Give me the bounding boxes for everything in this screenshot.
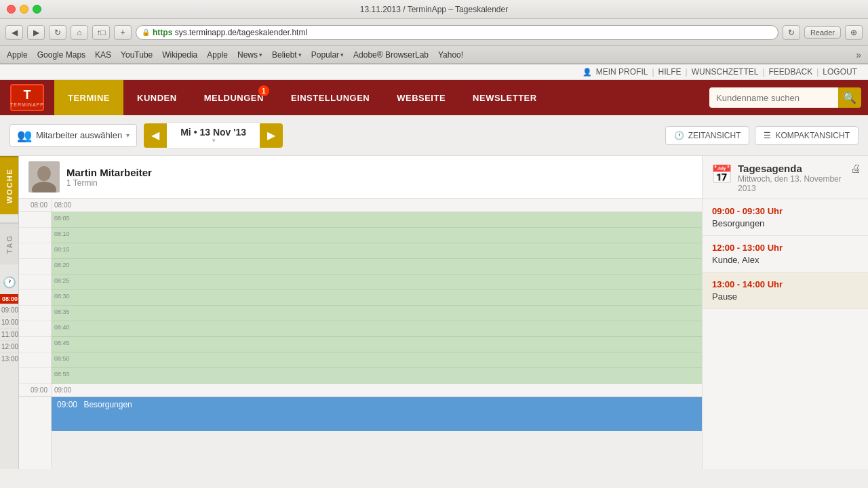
bookmark-popular[interactable]: Popular ▾: [311, 50, 344, 60]
slot-label: 08:50: [52, 355, 70, 362]
next-date-button[interactable]: ▶: [260, 123, 283, 148]
minimize-button[interactable]: [20, 5, 28, 14]
bookmarks-more-button[interactable]: »: [856, 49, 861, 60]
bookmark-wikipedia[interactable]: Wikipedia: [162, 50, 197, 60]
list-icon: ☰: [764, 131, 771, 140]
hilfe-link[interactable]: HILFE: [658, 67, 682, 77]
logout-link[interactable]: LOGOUT: [823, 67, 857, 77]
besorgungen-appointment[interactable]: 09:00 Besorgungen: [52, 397, 702, 431]
woche-tab[interactable]: WOCHE: [0, 156, 18, 214]
nav-item-termine[interactable]: TERMINE: [54, 80, 123, 115]
agenda-date: Mittwoch, den 13. November 2013: [738, 174, 860, 193]
agenda-item-2[interactable]: 12:00 - 13:00 Uhr Kunde, Alex: [703, 236, 868, 272]
hour-label-col: 08:00 09:00: [19, 199, 52, 469]
nav-item-meldungen[interactable]: MELDUNGEN 1: [191, 80, 277, 115]
agenda-desc-2: Kunde, Alex: [712, 255, 859, 265]
bookmark-kas[interactable]: KAS: [95, 50, 111, 60]
slot-label: 08:45: [52, 340, 70, 346]
slot-0825[interactable]: 08:25: [52, 274, 702, 290]
prev-date-button[interactable]: ◀: [144, 123, 167, 148]
home-button[interactable]: ⌂: [71, 25, 88, 40]
add-bookmark-button[interactable]: +: [114, 25, 132, 40]
feedback-link[interactable]: FEEDBACK: [769, 67, 813, 77]
nav-item-kunden[interactable]: KUNDEN: [123, 80, 191, 115]
agenda-time-1: 09:00 - 09:30 Uhr: [712, 206, 859, 216]
tl6: [19, 290, 51, 306]
search-input[interactable]: [709, 87, 838, 108]
bookmark-yahoo[interactable]: Yahoo!: [438, 50, 463, 60]
logo-box[interactable]: T TERMINAPP: [10, 84, 44, 111]
sep4: |: [816, 67, 818, 77]
tl2: [19, 228, 51, 243]
calendar-toolbar: 👥 Mitarbeiter auswählen ▾ ◀ Mi • 13 Nov …: [0, 115, 868, 156]
bookmark-youtube[interactable]: YouTube: [121, 50, 153, 60]
logo-area: T TERMINAPP: [0, 80, 54, 115]
close-button[interactable]: [7, 5, 16, 14]
my-profile-link[interactable]: MEIN PROFIL: [596, 67, 648, 77]
slot-0815[interactable]: 08:15: [52, 243, 702, 259]
bookmark-beliebt[interactable]: Beliebt ▾: [272, 50, 302, 60]
zeitansicht-button[interactable]: 🕐 ZEITANSICHT: [665, 126, 750, 145]
time-label-0900: 09:00: [19, 384, 51, 397]
main-grid: 08:00 08:05 08:10 08:15 08:20 08:25 08:3…: [52, 199, 702, 469]
agenda-time-3: 13:00 - 14:00 Uhr: [712, 279, 859, 289]
reload-button[interactable]: ↻: [49, 25, 66, 40]
content-row: WOCHE TAG 🕐 08:00 09:00 10:00 11:00 12:0…: [0, 156, 868, 469]
slot-0835[interactable]: 08:35: [52, 306, 702, 321]
agenda-time-2: 12:00 - 13:00 Uhr: [712, 243, 859, 253]
extensions-button[interactable]: ⊕: [845, 25, 863, 40]
tl7: [19, 306, 51, 321]
slot-0855[interactable]: 08:55: [52, 368, 702, 384]
nav-item-webseite[interactable]: WEBSEITE: [383, 80, 459, 115]
agenda-item-1[interactable]: 09:00 - 09:30 Uhr Besorgungen: [703, 199, 868, 236]
nav-item-newsletter[interactable]: NEWSLETTER: [459, 80, 551, 115]
slot-0850[interactable]: 08:50: [52, 352, 702, 368]
lock-icon: 🔒: [142, 28, 150, 36]
slot-label: 08:30: [52, 293, 70, 300]
maximize-button[interactable]: [33, 5, 41, 14]
bookmark-news[interactable]: News ▾: [237, 50, 262, 60]
bookmark-browserlab[interactable]: Adobe® BrowserLab: [353, 50, 429, 60]
slot-0845[interactable]: 08:45: [52, 337, 702, 352]
print-icon[interactable]: 🖨: [850, 163, 861, 175]
kompaktansicht-button[interactable]: ☰ KOMPAKTANSICHT: [755, 126, 859, 145]
traffic-lights: [7, 5, 41, 14]
slot-0805[interactable]: 08:05: [52, 212, 702, 228]
tag-tab[interactable]: TAG: [0, 222, 18, 264]
hour-09: 09:00: [0, 304, 18, 316]
hour-13: 13:00: [0, 352, 18, 365]
tl1: [19, 212, 51, 228]
bookmark-apple2[interactable]: Apple: [207, 50, 228, 60]
slot-0820[interactable]: 08:20: [52, 259, 702, 274]
slot-0830[interactable]: 08:30: [52, 290, 702, 306]
slot-0810[interactable]: 08:10: [52, 228, 702, 243]
browser-bookmarks: Apple Google Maps KAS YouTube Wikipedia …: [0, 46, 868, 64]
view-buttons: 🕐 ZEITANSICHT ☰ KOMPAKTANSICHT: [665, 126, 859, 145]
refresh-button[interactable]: ↻: [783, 25, 800, 40]
forward-button[interactable]: ▶: [27, 25, 45, 40]
employee-select[interactable]: 👥 Mitarbeiter auswählen ▾: [9, 124, 137, 147]
tl11: [19, 368, 51, 384]
agenda-desc-1: Besorgungen: [712, 218, 859, 228]
nav-item-einstellungen[interactable]: EINSTELLUNGEN: [277, 80, 383, 115]
slot-label: 08:10: [52, 230, 70, 237]
slot-label: 08:55: [52, 371, 70, 378]
bookmark-apple1[interactable]: Apple: [7, 50, 28, 60]
reader-button[interactable]: Reader: [804, 26, 841, 39]
agenda-item-3[interactable]: 13:00 - 14:00 Uhr Pause: [703, 272, 868, 309]
zeitansicht-label: ZEITANSICHT: [688, 131, 741, 140]
url-bar[interactable]: 🔒 https sys.terminapp.de/tageskalender.h…: [136, 25, 778, 40]
share-button[interactable]: ↑□: [92, 25, 110, 40]
current-date: Mi • 13 Nov '13: [180, 127, 246, 138]
tab-spacer1: [0, 214, 18, 222]
slot-label: 08:15: [52, 246, 70, 253]
time-side: 🕐 08:00 09:00 10:00 11:00 12:00 13:00: [0, 265, 18, 469]
wunschzettel-link[interactable]: WUNSCHZETTEL: [692, 67, 759, 77]
bookmark-googlemaps[interactable]: Google Maps: [37, 50, 85, 60]
tl9: [19, 337, 51, 352]
slot-0840[interactable]: 08:40: [52, 321, 702, 337]
employee-dropdown-arrow: ▾: [126, 131, 130, 139]
back-button[interactable]: ◀: [5, 25, 23, 40]
appt-title: Besorgungen: [83, 400, 132, 409]
search-button[interactable]: 🔍: [838, 87, 861, 108]
